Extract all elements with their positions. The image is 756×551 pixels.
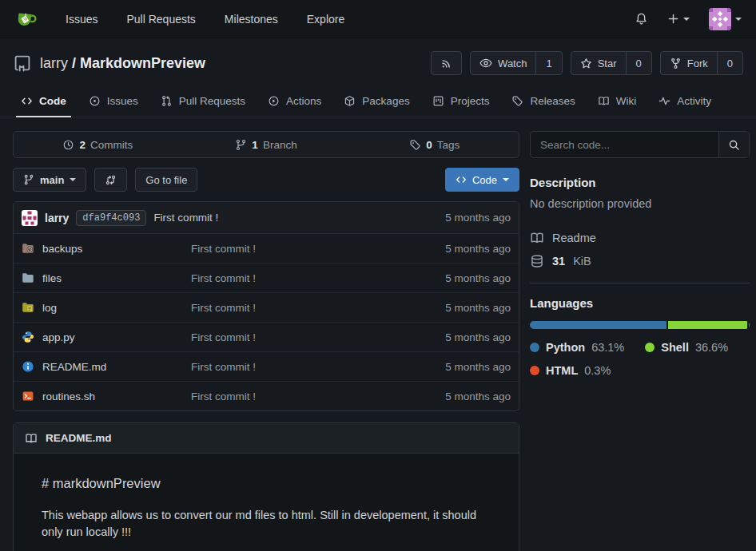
nav-links: Issues Pull Requests Milestones Explore	[66, 13, 344, 26]
file-link-app-py[interactable]: app.py	[22, 331, 191, 343]
create-new-button[interactable]	[667, 13, 690, 25]
tab-packages[interactable]: Packages	[336, 85, 417, 117]
gitea-logo-icon[interactable]	[14, 9, 38, 30]
repo-name-link[interactable]: MarkdownPreview	[80, 55, 205, 71]
shell-file-icon	[22, 390, 34, 402]
description-text: No description provided	[530, 197, 750, 210]
file-commit-message[interactable]: First commit !	[191, 331, 445, 343]
watch-count[interactable]: 1	[535, 52, 561, 74]
tab-issues[interactable]: Issues	[81, 85, 146, 117]
languages-title: Languages	[530, 296, 750, 310]
size-value: 31	[552, 255, 565, 268]
commit-author-name[interactable]: larry	[45, 212, 69, 224]
repo-title: larry/MarkdownPreview	[40, 55, 205, 72]
commit-hash-badge[interactable]: dfa9f4c093	[76, 210, 146, 226]
repo-size: 31 KiB	[530, 254, 750, 268]
folder-icon	[22, 272, 34, 284]
sidebar: Description No description provided Read…	[530, 131, 750, 551]
repo-header: larry/MarkdownPreview Watch 1	[0, 38, 756, 85]
rss-button[interactable]	[431, 51, 462, 75]
languages-bar	[530, 321, 750, 329]
code-search	[530, 131, 750, 158]
git-compare-icon	[105, 174, 117, 186]
file-commit-time: 5 months ago	[445, 390, 511, 402]
file-link-routines-sh[interactable]: routines.sh	[22, 390, 191, 402]
star-count[interactable]: 0	[626, 52, 651, 74]
notifications-bell-icon[interactable]	[635, 12, 648, 26]
folder-log-icon	[22, 301, 34, 314]
python-color-dot	[530, 343, 539, 352]
repo-icon	[13, 54, 32, 73]
file-commit-message[interactable]: First commit !	[191, 361, 445, 373]
watch-button[interactable]: Watch	[471, 52, 535, 74]
legend-item-shell: Shell 36.6%	[645, 341, 728, 354]
readme-link[interactable]: Readme	[530, 231, 750, 245]
search-icon	[728, 139, 740, 151]
compare-branches-button[interactable]	[94, 168, 127, 192]
tab-wiki[interactable]: Wiki	[590, 85, 645, 117]
repo-actions: Watch 1 Star 0 Fork 0	[431, 51, 743, 75]
file-row: routines.sh First commit ! 5 months ago	[14, 381, 519, 410]
shell-color-dot	[645, 343, 655, 352]
tab-actions[interactable]: Actions	[260, 85, 329, 117]
branch-selector-button[interactable]: main	[13, 168, 86, 192]
commits-stat[interactable]: 2 Commits	[14, 132, 182, 157]
commit-message[interactable]: First commit !	[153, 212, 218, 224]
chevron-down-icon	[503, 178, 509, 181]
readme-file-icon	[22, 360, 34, 373]
book-icon	[530, 231, 544, 245]
file-link-readme-md[interactable]: README.md	[22, 360, 191, 373]
commit-author-avatar[interactable]	[22, 210, 38, 226]
file-commit-time: 5 months ago	[445, 272, 511, 284]
nav-link-pull-requests[interactable]: Pull Requests	[126, 13, 195, 26]
file-link-backups[interactable]: backups	[22, 242, 191, 255]
project-board-icon	[432, 95, 444, 107]
file-commit-message[interactable]: First commit !	[191, 302, 445, 314]
nav-link-milestones[interactable]: Milestones	[225, 13, 278, 26]
tab-releases[interactable]: Releases	[503, 85, 583, 117]
search-button[interactable]	[718, 132, 749, 157]
file-row: backups First commit ! 5 months ago	[14, 233, 519, 263]
package-cube-icon	[344, 95, 356, 107]
rss-icon	[432, 52, 461, 74]
top-nav-right	[635, 8, 742, 30]
search-code-input[interactable]	[531, 132, 718, 157]
pull-request-icon	[161, 95, 173, 107]
book-icon	[598, 95, 610, 107]
file-row: log First commit ! 5 months ago	[14, 292, 519, 322]
file-link-log[interactable]: log	[22, 301, 191, 314]
file-commit-message[interactable]: First commit !	[191, 272, 445, 284]
branch-icon	[235, 139, 247, 151]
file-toolbar: main Go to file Code	[13, 168, 519, 192]
nav-link-issues[interactable]: Issues	[66, 13, 97, 26]
file-commit-message[interactable]: First commit !	[191, 243, 445, 255]
tab-code[interactable]: Code	[13, 85, 74, 117]
repo-owner-link[interactable]: larry	[40, 55, 68, 71]
folder-backups-icon	[22, 242, 34, 255]
top-nav: Issues Pull Requests Milestones Explore	[0, 0, 756, 38]
tab-activity[interactable]: Activity	[651, 85, 719, 117]
file-row: app.py First commit ! 5 months ago	[14, 322, 519, 351]
file-commit-message[interactable]: First commit !	[191, 390, 445, 402]
file-link-files[interactable]: files	[22, 272, 191, 284]
legend-item-html: HTML 0.3%	[530, 364, 611, 377]
tab-pull-requests[interactable]: Pull Requests	[153, 85, 253, 117]
branch-stat[interactable]: 1 Branch	[182, 132, 351, 157]
fork-button[interactable]: Fork	[661, 52, 717, 74]
nav-link-explore[interactable]: Explore	[307, 13, 344, 26]
user-menu[interactable]	[709, 8, 742, 30]
main-column: 2 Commits 1 Branch 0	[13, 131, 519, 551]
readme-panel: README.md # markdownPreview This webapp …	[13, 422, 519, 551]
star-button[interactable]: Star	[571, 52, 626, 74]
issue-circle-dot-icon	[89, 95, 101, 107]
html-color-dot	[530, 366, 539, 375]
chevron-down-icon	[735, 18, 742, 21]
fork-count[interactable]: 0	[717, 52, 742, 74]
tab-projects[interactable]: Projects	[424, 85, 498, 117]
branch-icon	[23, 174, 34, 185]
sidebar-divider	[530, 283, 750, 283]
go-to-file-button[interactable]: Go to file	[135, 168, 197, 192]
tags-stat[interactable]: 0 Tags	[350, 132, 519, 157]
code-download-button[interactable]: Code	[445, 168, 519, 192]
file-row: README.md First commit ! 5 months ago	[14, 351, 519, 381]
